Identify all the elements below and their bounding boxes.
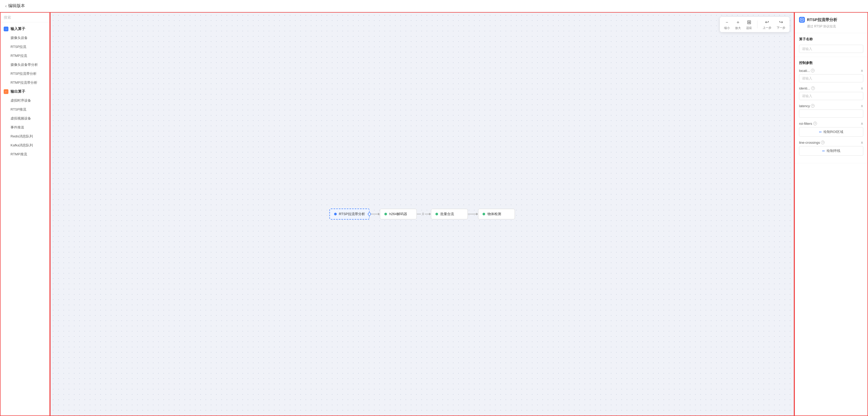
zoom-in-button[interactable]: ＋ 放大 [735, 19, 741, 30]
param-collapse-location[interactable]: ∧ [861, 68, 863, 73]
flow-canvas: RTSP拉流带分析 h264解码器 [329, 209, 515, 219]
draw-line-label: 绘制绊线 [827, 148, 840, 153]
param-row-location: locati... ? ∧ [799, 68, 863, 82]
header: ‹ 编辑版本 [0, 0, 868, 12]
output-section-label: 输出算子 [10, 89, 25, 94]
search-bar: 🔍 [1, 12, 50, 22]
search-input[interactable] [4, 15, 50, 20]
node-output-port-1[interactable] [368, 212, 371, 216]
zoom-out-label: 缩小 [724, 26, 730, 30]
panel-icon [799, 17, 805, 23]
arrowhead-3 [476, 213, 478, 215]
param-name-row-line: line-crossings ? ∧ [799, 140, 863, 145]
fit-icon: ⊞ [747, 19, 751, 25]
param-collapse-line[interactable]: ∧ [861, 140, 863, 145]
param-name-identity: identi... ? [799, 86, 815, 90]
param-collapse-roi[interactable]: ∧ [861, 121, 863, 126]
param-name-row-location: locati... ? ∧ [799, 68, 863, 73]
node-label-1: RTSP拉流带分析 [339, 212, 365, 216]
redo-label: 下一步 [777, 26, 785, 30]
sidebar-item-rtsp-analysis[interactable]: RTSP拉流带分析 [1, 69, 50, 78]
connector-1-2 [370, 213, 380, 215]
flow-node-detection[interactable]: 物体检测 [478, 209, 515, 219]
control-params-section: 控制参数 locati... ? ∧ [795, 57, 867, 163]
param-input-identity[interactable] [799, 92, 863, 100]
right-panel: RTSP拉流带分析 通过 RTSP 协议拉流 算子名称 控制参数 locati.… [794, 12, 868, 416]
page-title: 编辑版本 [8, 3, 25, 9]
param-name-latency: latency ? [799, 104, 814, 108]
node-label-4: 物体检测 [488, 212, 501, 216]
arrow-1 [373, 213, 380, 215]
fit-button[interactable]: ⊞ 适应 [746, 19, 752, 30]
sidebar-item-rtmp-analysis[interactable]: RTMP拉流带分析 [1, 78, 50, 87]
param-row-latency: latency ? ∧ 2000 [799, 104, 863, 118]
main-content: 🔍 → 输入算子 摄像头设备 RTSP拉流 RTMP拉流 摄像头设备带分析 RT… [0, 12, 868, 416]
param-help-roi[interactable]: ? [813, 122, 817, 125]
param-name-row-latency: latency ? ∧ [799, 104, 863, 108]
undo-icon: ↩ [765, 19, 769, 25]
param-input-latency[interactable]: 2000 [799, 110, 863, 118]
param-collapse-identity[interactable]: ∧ [861, 86, 863, 90]
back-button[interactable]: ‹ 编辑版本 [5, 3, 25, 9]
node-dot-4 [483, 213, 485, 215]
control-params-label: 控制参数 [799, 61, 863, 65]
param-name-line: line-crossings ? [799, 141, 825, 145]
toolbar: － 缩小 ＋ 放大 ⊞ 适应 ↩ 上一步 ↪ 下一步 [720, 17, 789, 32]
sidebar-item-redis[interactable]: Redis消息队列 [1, 132, 50, 141]
panel-subtitle: 通过 RTSP 协议拉流 [799, 24, 863, 29]
connector-label-2: 0 [421, 212, 425, 216]
param-help-location[interactable]: ? [811, 69, 814, 72]
param-collapse-latency[interactable]: ∧ [861, 104, 863, 108]
param-name-row-identity: identi... ? ∧ [799, 86, 863, 90]
param-name-row-roi: roi-filters ? ∧ [799, 121, 863, 126]
algo-name-section: 算子名称 [795, 33, 867, 57]
undo-label: 上一步 [763, 26, 771, 30]
draw-roi-icon: ✏ [819, 130, 822, 134]
draw-line-icon: ✏ [822, 149, 825, 153]
sidebar-item-virtual-video[interactable]: 虚拟视频设备 [1, 114, 50, 123]
panel-title: RTSP拉流带分析 [807, 18, 837, 22]
input-section-header: → 输入算子 [1, 25, 50, 33]
fit-label: 适应 [746, 26, 752, 30]
zoom-out-button[interactable]: － 缩小 [724, 19, 730, 30]
sidebar-item-rtsp[interactable]: RTSP拉流 [1, 42, 50, 51]
flow-node-rtsp[interactable]: RTSP拉流带分析 [329, 209, 370, 219]
param-row-line: line-crossings ? ∧ ✏ 绘制绊线 [799, 140, 863, 156]
input-section-icon: → [4, 27, 8, 31]
sidebar-item-rtsp-push[interactable]: RTSP推流 [1, 105, 50, 114]
node-dot-1 [334, 213, 337, 215]
sidebar-item-camera-analysis[interactable]: 摄像头设备带分析 [1, 60, 50, 69]
sidebar-item-rtmp-push[interactable]: RTMP推流 [1, 150, 50, 159]
redo-icon: ↪ [779, 19, 783, 25]
param-name-location: locati... ? [799, 69, 814, 73]
draw-roi-button[interactable]: ✏ 绘制ROI区域 [799, 127, 863, 137]
zoom-in-icon: ＋ [736, 19, 740, 25]
draw-roi-label: 绘制ROI区域 [824, 129, 843, 134]
node-label-3: 批量合流 [440, 212, 454, 216]
node-dot-2 [384, 213, 387, 215]
app-container: ‹ 编辑版本 🔍 → 输入算子 摄像头设备 RTSP拉流 RTMP拉流 摄像头设… [0, 0, 868, 416]
flow-node-batch[interactable]: 批量合流 [431, 209, 468, 219]
canvas-area[interactable]: － 缩小 ＋ 放大 ⊞ 适应 ↩ 上一步 ↪ 下一步 [50, 12, 794, 416]
sidebar-item-kafka[interactable]: Kafka消息队列 [1, 141, 50, 150]
toolbar-divider [757, 21, 757, 28]
sidebar-item-event-push[interactable]: 事件推送 [1, 123, 50, 132]
sidebar-item-rtmp[interactable]: RTMP拉流 [1, 51, 50, 60]
panel-title-row: RTSP拉流带分析 [799, 17, 863, 23]
param-row-roi: roi-filters ? ∧ ✏ 绘制ROI区域 [799, 121, 863, 137]
algo-name-input[interactable] [799, 45, 863, 53]
connector-3-4 [468, 213, 478, 215]
undo-button[interactable]: ↩ 上一步 [763, 19, 771, 30]
flow-node-h264[interactable]: h264解码器 [380, 209, 417, 219]
zoom-out-icon: － [724, 19, 729, 25]
param-input-location[interactable] [799, 74, 863, 82]
input-section-label: 输入算子 [10, 27, 25, 31]
sidebar-item-camera[interactable]: 摄像头设备 [1, 33, 50, 42]
redo-button[interactable]: ↪ 下一步 [777, 19, 785, 30]
param-help-latency[interactable]: ? [811, 104, 814, 108]
sidebar-item-virtual-seq[interactable]: 虚拟时序设备 [1, 96, 50, 105]
param-help-identity[interactable]: ? [811, 86, 815, 90]
draw-line-button[interactable]: ✏ 绘制绊线 [799, 146, 863, 156]
param-help-line[interactable]: ? [821, 141, 825, 144]
output-section-header: ← 输出算子 [1, 87, 50, 96]
